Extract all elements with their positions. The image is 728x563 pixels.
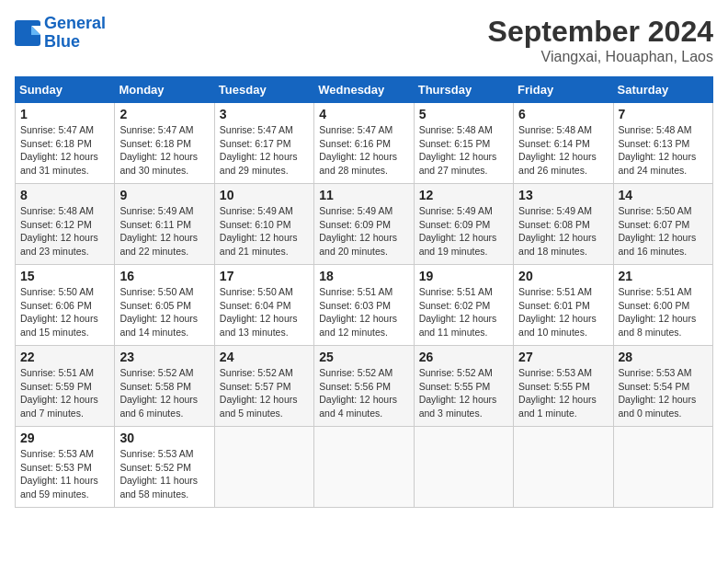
day-info: Sunrise: 5:52 AM Sunset: 5:58 PM Dayligh…	[119, 366, 209, 420]
calendar-cell	[613, 427, 712, 508]
day-info: Sunrise: 5:49 AM Sunset: 6:08 PM Dayligh…	[518, 204, 608, 259]
day-number: 26	[419, 350, 508, 364]
day-info: Sunrise: 5:47 AM Sunset: 6:18 PM Dayligh…	[119, 123, 209, 178]
calendar-cell: 8 Sunrise: 5:48 AM Sunset: 6:12 PM Dayli…	[16, 184, 115, 265]
day-number: 11	[319, 188, 408, 202]
day-info: Sunrise: 5:53 AM Sunset: 5:54 PM Dayligh…	[619, 366, 708, 420]
calendar-cell: 23 Sunrise: 5:52 AM Sunset: 5:58 PM Dayl…	[115, 346, 214, 427]
day-info: Sunrise: 5:51 AM Sunset: 6:03 PM Dayligh…	[319, 285, 408, 339]
calendar-cell: 3 Sunrise: 5:47 AM Sunset: 6:17 PM Dayli…	[214, 103, 313, 184]
day-number: 7	[619, 107, 708, 121]
header-sunday: Sunday	[16, 77, 115, 103]
calendar-week-row: 8 Sunrise: 5:48 AM Sunset: 6:12 PM Dayli…	[16, 184, 713, 265]
day-number: 21	[619, 269, 708, 283]
calendar-cell	[314, 427, 414, 508]
header-saturday: Saturday	[613, 77, 712, 103]
day-info: Sunrise: 5:47 AM Sunset: 6:18 PM Dayligh…	[20, 123, 109, 178]
day-number: 4	[319, 107, 408, 121]
day-info: Sunrise: 5:50 AM Sunset: 6:04 PM Dayligh…	[220, 285, 309, 339]
day-number: 30	[119, 431, 209, 445]
day-info: Sunrise: 5:48 AM Sunset: 6:13 PM Dayligh…	[619, 123, 708, 178]
day-info: Sunrise: 5:52 AM Sunset: 5:56 PM Dayligh…	[319, 366, 408, 420]
day-number: 16	[119, 269, 209, 283]
calendar-cell: 17 Sunrise: 5:50 AM Sunset: 6:04 PM Dayl…	[214, 265, 313, 346]
calendar-cell: 20 Sunrise: 5:51 AM Sunset: 6:01 PM Dayl…	[514, 265, 613, 346]
calendar-cell: 4 Sunrise: 5:47 AM Sunset: 6:16 PM Dayli…	[314, 103, 414, 184]
day-number: 5	[419, 107, 508, 121]
day-number: 10	[220, 188, 309, 202]
calendar-cell: 11 Sunrise: 5:49 AM Sunset: 6:09 PM Dayl…	[314, 184, 414, 265]
calendar-week-row: 15 Sunrise: 5:50 AM Sunset: 6:06 PM Dayl…	[16, 265, 713, 346]
calendar-cell	[214, 427, 313, 508]
header-friday: Friday	[514, 77, 613, 103]
calendar-cell: 2 Sunrise: 5:47 AM Sunset: 6:18 PM Dayli…	[115, 103, 214, 184]
calendar-cell: 14 Sunrise: 5:50 AM Sunset: 6:07 PM Dayl…	[613, 184, 712, 265]
title-block: September 2024 Viangxai, Houaphan, Laos	[488, 15, 713, 65]
calendar-week-row: 22 Sunrise: 5:51 AM Sunset: 5:59 PM Dayl…	[16, 346, 713, 427]
day-info: Sunrise: 5:49 AM Sunset: 6:09 PM Dayligh…	[319, 204, 408, 259]
day-info: Sunrise: 5:50 AM Sunset: 6:07 PM Dayligh…	[619, 204, 708, 259]
logo: General Blue	[15, 15, 106, 52]
day-number: 29	[20, 431, 109, 445]
day-number: 12	[419, 188, 508, 202]
calendar-week-row: 29 Sunrise: 5:53 AM Sunset: 5:53 PM Dayl…	[16, 427, 713, 508]
day-info: Sunrise: 5:53 AM Sunset: 5:52 PM Dayligh…	[119, 447, 209, 501]
calendar-cell: 15 Sunrise: 5:50 AM Sunset: 6:06 PM Dayl…	[16, 265, 115, 346]
day-number: 17	[220, 269, 309, 283]
calendar-cell: 10 Sunrise: 5:49 AM Sunset: 6:10 PM Dayl…	[214, 184, 313, 265]
calendar-cell: 30 Sunrise: 5:53 AM Sunset: 5:52 PM Dayl…	[115, 427, 214, 508]
day-number: 6	[518, 107, 608, 121]
day-info: Sunrise: 5:49 AM Sunset: 6:09 PM Dayligh…	[419, 204, 508, 259]
day-info: Sunrise: 5:51 AM Sunset: 6:01 PM Dayligh…	[518, 285, 608, 339]
day-number: 27	[518, 350, 608, 364]
day-number: 1	[20, 107, 109, 121]
calendar-cell: 18 Sunrise: 5:51 AM Sunset: 6:03 PM Dayl…	[314, 265, 414, 346]
day-number: 15	[20, 269, 109, 283]
day-number: 8	[20, 188, 109, 202]
day-info: Sunrise: 5:49 AM Sunset: 6:11 PM Dayligh…	[119, 204, 209, 259]
day-info: Sunrise: 5:51 AM Sunset: 6:02 PM Dayligh…	[419, 285, 508, 339]
day-number: 24	[220, 350, 309, 364]
calendar-cell: 19 Sunrise: 5:51 AM Sunset: 6:02 PM Dayl…	[414, 265, 513, 346]
calendar-cell: 26 Sunrise: 5:52 AM Sunset: 5:55 PM Dayl…	[414, 346, 513, 427]
calendar-cell: 13 Sunrise: 5:49 AM Sunset: 6:08 PM Dayl…	[514, 184, 613, 265]
day-info: Sunrise: 5:49 AM Sunset: 6:10 PM Dayligh…	[220, 204, 309, 259]
day-info: Sunrise: 5:48 AM Sunset: 6:14 PM Dayligh…	[518, 123, 608, 178]
calendar-cell: 29 Sunrise: 5:53 AM Sunset: 5:53 PM Dayl…	[16, 427, 115, 508]
day-info: Sunrise: 5:52 AM Sunset: 5:57 PM Dayligh…	[220, 366, 309, 420]
calendar-cell: 24 Sunrise: 5:52 AM Sunset: 5:57 PM Dayl…	[214, 346, 313, 427]
day-number: 22	[20, 350, 109, 364]
logo-icon	[15, 20, 40, 46]
day-info: Sunrise: 5:50 AM Sunset: 6:05 PM Dayligh…	[119, 285, 209, 339]
day-info: Sunrise: 5:51 AM Sunset: 6:00 PM Dayligh…	[619, 285, 708, 339]
calendar-cell	[514, 427, 613, 508]
day-number: 9	[119, 188, 209, 202]
header-wednesday: Wednesday	[314, 77, 414, 103]
calendar-cell: 7 Sunrise: 5:48 AM Sunset: 6:13 PM Dayli…	[613, 103, 712, 184]
day-number: 28	[619, 350, 708, 364]
day-number: 3	[220, 107, 309, 121]
calendar-cell: 6 Sunrise: 5:48 AM Sunset: 6:14 PM Dayli…	[514, 103, 613, 184]
calendar-cell: 16 Sunrise: 5:50 AM Sunset: 6:05 PM Dayl…	[115, 265, 214, 346]
day-number: 20	[518, 269, 608, 283]
day-info: Sunrise: 5:53 AM Sunset: 5:53 PM Dayligh…	[20, 447, 109, 501]
calendar-cell: 25 Sunrise: 5:52 AM Sunset: 5:56 PM Dayl…	[314, 346, 414, 427]
calendar-cell	[414, 427, 513, 508]
location-title: Viangxai, Houaphan, Laos	[488, 49, 713, 65]
day-info: Sunrise: 5:51 AM Sunset: 5:59 PM Dayligh…	[20, 366, 109, 420]
weekday-header-row: Sunday Monday Tuesday Wednesday Thursday…	[16, 77, 713, 103]
day-info: Sunrise: 5:52 AM Sunset: 5:55 PM Dayligh…	[419, 366, 508, 420]
calendar-cell: 28 Sunrise: 5:53 AM Sunset: 5:54 PM Dayl…	[613, 346, 712, 427]
calendar-cell: 5 Sunrise: 5:48 AM Sunset: 6:15 PM Dayli…	[414, 103, 513, 184]
calendar-cell: 1 Sunrise: 5:47 AM Sunset: 6:18 PM Dayli…	[16, 103, 115, 184]
day-info: Sunrise: 5:47 AM Sunset: 6:17 PM Dayligh…	[220, 123, 309, 178]
header-monday: Monday	[115, 77, 214, 103]
day-number: 18	[319, 269, 408, 283]
month-title: September 2024	[488, 15, 713, 49]
calendar-week-row: 1 Sunrise: 5:47 AM Sunset: 6:18 PM Dayli…	[16, 103, 713, 184]
day-number: 23	[119, 350, 209, 364]
day-info: Sunrise: 5:48 AM Sunset: 6:12 PM Dayligh…	[20, 204, 109, 259]
calendar-cell: 21 Sunrise: 5:51 AM Sunset: 6:00 PM Dayl…	[613, 265, 712, 346]
calendar-cell: 22 Sunrise: 5:51 AM Sunset: 5:59 PM Dayl…	[16, 346, 115, 427]
calendar-cell: 9 Sunrise: 5:49 AM Sunset: 6:11 PM Dayli…	[115, 184, 214, 265]
